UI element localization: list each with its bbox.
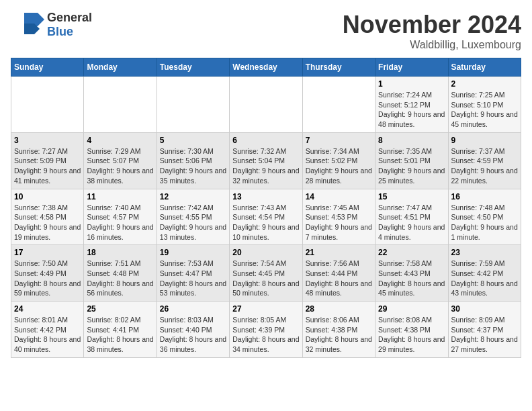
day-number: 7 bbox=[306, 136, 372, 145]
calendar-day bbox=[11, 77, 84, 133]
calendar-day: 26Sunrise: 8:03 AM Sunset: 4:40 PM Dayli… bbox=[157, 302, 229, 358]
month-year-title: November 2024 bbox=[343, 11, 521, 39]
calendar-day: 12Sunrise: 7:42 AM Sunset: 4:55 PM Dayli… bbox=[157, 189, 229, 245]
calendar-day: 20Sunrise: 7:54 AM Sunset: 4:45 PM Dayli… bbox=[230, 245, 302, 302]
calendar-day: 13Sunrise: 7:43 AM Sunset: 4:54 PM Dayli… bbox=[230, 189, 302, 245]
day-number: 2 bbox=[451, 79, 518, 89]
day-info: Sunrise: 8:05 AM Sunset: 4:39 PM Dayligh… bbox=[232, 315, 299, 355]
day-info: Sunrise: 7:48 AM Sunset: 4:50 PM Dayligh… bbox=[451, 203, 518, 242]
day-number: 6 bbox=[232, 136, 299, 145]
calendar-week-5: 24Sunrise: 8:01 AM Sunset: 4:42 PM Dayli… bbox=[11, 302, 521, 358]
column-header-saturday: Saturday bbox=[448, 58, 521, 77]
day-info: Sunrise: 8:09 AM Sunset: 4:37 PM Dayligh… bbox=[451, 315, 518, 355]
calendar-week-2: 3Sunrise: 7:27 AM Sunset: 5:09 PM Daylig… bbox=[11, 132, 521, 189]
calendar-day bbox=[230, 77, 302, 133]
day-number: 22 bbox=[378, 248, 445, 257]
day-info: Sunrise: 7:30 AM Sunset: 5:06 PM Dayligh… bbox=[160, 146, 226, 186]
day-number: 8 bbox=[378, 136, 445, 145]
day-info: Sunrise: 7:59 AM Sunset: 4:42 PM Dayligh… bbox=[451, 259, 518, 298]
page-header: GeneralBlue November 2024 Waldbillig, Lu… bbox=[11, 11, 521, 51]
day-info: Sunrise: 7:25 AM Sunset: 5:10 PM Dayligh… bbox=[451, 90, 518, 130]
day-number: 1 bbox=[378, 79, 445, 89]
day-number: 27 bbox=[232, 304, 299, 314]
calendar-day: 25Sunrise: 8:02 AM Sunset: 4:41 PM Dayli… bbox=[84, 302, 157, 358]
calendar-day: 3Sunrise: 7:27 AM Sunset: 5:09 PM Daylig… bbox=[11, 132, 84, 189]
column-header-tuesday: Tuesday bbox=[157, 58, 229, 77]
day-info: Sunrise: 7:54 AM Sunset: 4:45 PM Dayligh… bbox=[232, 259, 299, 298]
calendar-day: 6Sunrise: 7:32 AM Sunset: 5:04 PM Daylig… bbox=[230, 132, 302, 189]
column-header-friday: Friday bbox=[375, 58, 448, 77]
calendar-day: 30Sunrise: 8:09 AM Sunset: 4:37 PM Dayli… bbox=[448, 302, 521, 358]
day-number: 4 bbox=[87, 136, 153, 145]
day-number: 30 bbox=[451, 304, 518, 314]
calendar-day bbox=[302, 77, 375, 133]
calendar-day: 27Sunrise: 8:05 AM Sunset: 4:39 PM Dayli… bbox=[230, 302, 302, 358]
day-info: Sunrise: 7:37 AM Sunset: 4:59 PM Dayligh… bbox=[451, 146, 518, 186]
day-info: Sunrise: 8:02 AM Sunset: 4:41 PM Dayligh… bbox=[87, 315, 153, 355]
calendar-day: 1Sunrise: 7:24 AM Sunset: 5:12 PM Daylig… bbox=[375, 77, 448, 133]
calendar-title-area: November 2024 Waldbillig, Luxembourg bbox=[343, 11, 521, 51]
day-number: 11 bbox=[87, 192, 153, 201]
day-number: 3 bbox=[14, 136, 81, 145]
day-info: Sunrise: 8:08 AM Sunset: 4:38 PM Dayligh… bbox=[378, 315, 445, 355]
day-info: Sunrise: 7:45 AM Sunset: 4:53 PM Dayligh… bbox=[306, 203, 372, 242]
calendar-week-3: 10Sunrise: 7:38 AM Sunset: 4:58 PM Dayli… bbox=[11, 189, 521, 245]
day-info: Sunrise: 8:01 AM Sunset: 4:42 PM Dayligh… bbox=[14, 315, 81, 355]
day-info: Sunrise: 7:27 AM Sunset: 5:09 PM Dayligh… bbox=[14, 146, 81, 186]
calendar-day: 16Sunrise: 7:48 AM Sunset: 4:50 PM Dayli… bbox=[448, 189, 521, 245]
calendar-day: 8Sunrise: 7:35 AM Sunset: 5:01 PM Daylig… bbox=[375, 132, 448, 189]
day-info: Sunrise: 7:43 AM Sunset: 4:54 PM Dayligh… bbox=[232, 203, 299, 242]
day-number: 28 bbox=[306, 304, 372, 314]
calendar-header-row: SundayMondayTuesdayWednesdayThursdayFrid… bbox=[11, 58, 521, 77]
calendar-day: 28Sunrise: 8:06 AM Sunset: 4:38 PM Dayli… bbox=[302, 302, 375, 358]
calendar-day: 17Sunrise: 7:50 AM Sunset: 4:49 PM Dayli… bbox=[11, 245, 84, 302]
logo-icon bbox=[11, 11, 44, 38]
day-info: Sunrise: 7:50 AM Sunset: 4:49 PM Dayligh… bbox=[14, 259, 81, 298]
day-number: 23 bbox=[451, 248, 518, 257]
column-header-wednesday: Wednesday bbox=[230, 58, 302, 77]
calendar-day: 19Sunrise: 7:53 AM Sunset: 4:47 PM Dayli… bbox=[157, 245, 229, 302]
day-number: 24 bbox=[14, 304, 81, 314]
day-number: 13 bbox=[232, 192, 299, 201]
day-number: 29 bbox=[378, 304, 445, 314]
calendar-day: 10Sunrise: 7:38 AM Sunset: 4:58 PM Dayli… bbox=[11, 189, 84, 245]
column-header-sunday: Sunday bbox=[11, 58, 84, 77]
calendar-week-1: 1Sunrise: 7:24 AM Sunset: 5:12 PM Daylig… bbox=[11, 77, 521, 133]
day-number: 15 bbox=[378, 192, 445, 201]
calendar-day: 21Sunrise: 7:56 AM Sunset: 4:44 PM Dayli… bbox=[302, 245, 375, 302]
day-info: Sunrise: 7:42 AM Sunset: 4:55 PM Dayligh… bbox=[160, 203, 226, 242]
column-header-monday: Monday bbox=[84, 58, 157, 77]
calendar-day: 9Sunrise: 7:37 AM Sunset: 4:59 PM Daylig… bbox=[448, 132, 521, 189]
day-number: 26 bbox=[160, 304, 226, 314]
calendar-day bbox=[84, 77, 157, 133]
day-info: Sunrise: 7:58 AM Sunset: 4:43 PM Dayligh… bbox=[378, 259, 445, 298]
location-subtitle: Waldbillig, Luxembourg bbox=[343, 39, 521, 51]
day-info: Sunrise: 7:47 AM Sunset: 4:51 PM Dayligh… bbox=[378, 203, 445, 242]
day-number: 25 bbox=[87, 304, 153, 314]
day-info: Sunrise: 7:56 AM Sunset: 4:44 PM Dayligh… bbox=[306, 259, 372, 298]
day-number: 17 bbox=[14, 248, 81, 257]
day-number: 16 bbox=[451, 192, 518, 201]
calendar-day: 18Sunrise: 7:51 AM Sunset: 4:48 PM Dayli… bbox=[84, 245, 157, 302]
day-info: Sunrise: 7:40 AM Sunset: 4:57 PM Dayligh… bbox=[87, 203, 153, 242]
calendar-day: 5Sunrise: 7:30 AM Sunset: 5:06 PM Daylig… bbox=[157, 132, 229, 189]
calendar-table: SundayMondayTuesdayWednesdayThursdayFrid… bbox=[11, 58, 521, 358]
calendar-day: 2Sunrise: 7:25 AM Sunset: 5:10 PM Daylig… bbox=[448, 77, 521, 133]
calendar-day: 15Sunrise: 7:47 AM Sunset: 4:51 PM Dayli… bbox=[375, 189, 448, 245]
day-number: 12 bbox=[160, 192, 226, 201]
day-info: Sunrise: 8:06 AM Sunset: 4:38 PM Dayligh… bbox=[306, 315, 372, 355]
day-number: 14 bbox=[306, 192, 372, 201]
day-info: Sunrise: 8:03 AM Sunset: 4:40 PM Dayligh… bbox=[160, 315, 226, 355]
day-info: Sunrise: 7:34 AM Sunset: 5:02 PM Dayligh… bbox=[306, 146, 372, 186]
day-number: 5 bbox=[160, 136, 226, 145]
calendar-day: 24Sunrise: 8:01 AM Sunset: 4:42 PM Dayli… bbox=[11, 302, 84, 358]
calendar-day: 23Sunrise: 7:59 AM Sunset: 4:42 PM Dayli… bbox=[448, 245, 521, 302]
calendar-day: 4Sunrise: 7:29 AM Sunset: 5:07 PM Daylig… bbox=[84, 132, 157, 189]
calendar-day: 14Sunrise: 7:45 AM Sunset: 4:53 PM Dayli… bbox=[302, 189, 375, 245]
calendar-day bbox=[157, 77, 229, 133]
day-info: Sunrise: 7:51 AM Sunset: 4:48 PM Dayligh… bbox=[87, 259, 153, 298]
day-number: 20 bbox=[232, 248, 299, 257]
day-info: Sunrise: 7:29 AM Sunset: 5:07 PM Dayligh… bbox=[87, 146, 153, 186]
day-number: 10 bbox=[14, 192, 81, 201]
day-number: 9 bbox=[451, 136, 518, 145]
